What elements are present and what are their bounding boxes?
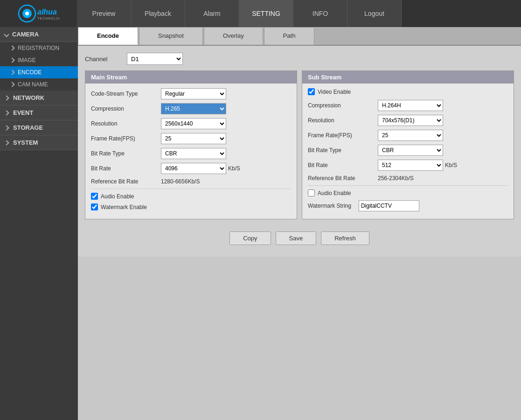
main-layout: CAMERA REGISTRATION IMAGE ENCODE CAM NAM… [0,27,521,420]
sub-bitrate-label: Bit Rate [308,162,378,168]
main-bitratetype-select[interactable]: CBR VBR [161,148,226,159]
tab-path[interactable]: Path [264,27,315,45]
registration-arrow-icon [9,45,14,50]
sub-bitrate-unit: Kb/S [445,162,457,168]
tab-encode[interactable]: Encode [78,27,138,45]
sub-bitratetype-value: CBR VBR [378,145,508,156]
sub-framerate-select[interactable]: 25 30 15 [378,130,443,141]
sub-framerate-row: Frame Rate(FPS) 25 30 15 [308,130,508,141]
sub-divider [308,185,508,186]
content-area: Encode Snapshot Overlay Path Channel D1 … [78,27,521,420]
main-bitrate-row: Bit Rate 4096 2048 1024 Kb/S [91,163,291,174]
sub-framerate-label: Frame Rate(FPS) [308,132,378,139]
sub-stream-box: Sub Stream Video Enable Compression H.26… [302,70,514,219]
sub-watermark-string-label: Watermark String [308,203,351,209]
copy-button[interactable]: Copy [229,231,271,245]
sidebar-item-image[interactable]: IMAGE [0,54,78,66]
sub-video-enable-row: Video Enable [308,88,508,95]
sub-watermark-row: Watermark String [308,200,508,211]
main-watermark-label: Watermark Enable [101,204,147,210]
main-resolution-select[interactable]: 2560x1440 1920x1080 1280x720 [161,118,226,129]
main-refbitrate-value: 1280-6656Kb/S [161,178,291,185]
sidebar-header-event[interactable]: EVENT [0,105,78,120]
tab-snapshot[interactable]: Snapshot [139,27,203,45]
sub-stream-body: Video Enable Compression H.264H H.265 [302,84,514,216]
network-arrow-icon [4,95,9,100]
main-code-stream-select[interactable]: Regular [161,88,226,99]
logo-image: alhua TECHNOLOGY [18,4,60,23]
camname-arrow-icon [9,82,14,87]
main-stream-body: Code-Stream Type Regular Compression [85,84,297,219]
sub-compression-select[interactable]: H.264H H.265 [378,100,443,111]
sidebar-section-system: SYSTEM [0,135,78,150]
sidebar: CAMERA REGISTRATION IMAGE ENCODE CAM NAM… [0,27,78,420]
sub-audio-label: Audio Enable [318,190,351,196]
nav-info[interactable]: INFO [293,0,347,27]
header: alhua TECHNOLOGY Preview Playback Alarm … [0,0,521,27]
main-framerate-row: Frame Rate(FPS) 25 30 15 [91,133,291,144]
svg-text:alhua: alhua [37,8,57,16]
main-compression-select[interactable]: H.265 H.264 [161,103,226,114]
nav-playback[interactable]: Playback [131,0,185,27]
main-framerate-value: 25 30 15 [161,133,291,144]
main-resolution-value: 2560x1440 1920x1080 1280x720 [161,118,291,129]
nav-alarm[interactable]: Alarm [185,0,239,27]
main-refbitrate-row: Reference Bit Rate 1280-6656Kb/S [91,178,291,185]
sub-bitrate-value: 512 256 1024 Kb/S [378,160,508,171]
main-watermark-checkbox[interactable] [91,203,98,210]
sidebar-image-label: IMAGE [18,57,36,63]
sub-bitrate-select[interactable]: 512 256 1024 [378,160,443,171]
sub-resolution-select[interactable]: 704x576(D1) CIF [378,115,443,126]
content-inner: Channel D1 Main Stream Code-Stream Type [78,46,521,257]
sub-bitrate-row: Bit Rate 512 256 1024 Kb/S [308,160,508,171]
tab-overlay[interactable]: Overlay [204,27,263,45]
sidebar-event-label: EVENT [13,109,33,116]
sub-video-label: Video Enable [318,89,351,95]
main-bitrate-unit: Kb/S [228,165,240,172]
sidebar-header-storage[interactable]: STORAGE [0,120,78,135]
main-compression-value: H.265 H.264 [161,103,291,114]
save-button[interactable]: Save [276,231,317,245]
sidebar-header-camera[interactable]: CAMERA [0,27,78,42]
sidebar-header-system[interactable]: SYSTEM [0,135,78,150]
main-framerate-select[interactable]: 25 30 15 [161,133,226,144]
storage-arrow-icon [4,125,9,130]
refresh-button[interactable]: Refresh [321,231,369,245]
sub-video-checkbox[interactable] [308,88,315,95]
sidebar-item-camname[interactable]: CAM NAME [0,78,78,91]
sidebar-section-camera: CAMERA REGISTRATION IMAGE ENCODE CAM NAM… [0,27,78,91]
button-bar: Copy Save Refresh [85,227,514,250]
nav-logout[interactable]: Logout [347,0,402,27]
main-resolution-label: Resolution [91,120,161,127]
system-arrow-icon [4,140,9,145]
sidebar-section-network: NETWORK [0,91,78,105]
main-audio-checkbox[interactable] [91,193,98,200]
camera-arrow-icon [4,32,9,37]
sub-bitratetype-label: Bit Rate Type [308,147,378,154]
sidebar-item-registration[interactable]: REGISTRATION [0,42,78,54]
main-code-stream-row: Code-Stream Type Regular [91,88,291,99]
sub-watermark-input[interactable] [359,200,419,211]
main-compression-row: Compression H.265 H.264 [91,103,291,114]
nav-setting[interactable]: SETTING [239,0,293,27]
sidebar-storage-label: STORAGE [13,124,43,131]
sub-framerate-value: 25 30 15 [378,130,508,141]
sidebar-registration-label: REGISTRATION [18,45,59,51]
main-compression-label: Compression [91,105,161,112]
svg-text:TECHNOLOGY: TECHNOLOGY [37,17,60,20]
main-bitrate-label: Bit Rate [91,165,161,172]
sub-bitratetype-select[interactable]: CBR VBR [378,145,443,156]
encode-arrow-icon [9,70,14,75]
sub-audio-checkbox[interactable] [308,189,315,196]
main-audio-label: Audio Enable [101,193,134,200]
channel-select[interactable]: D1 [127,53,183,65]
main-stream-header: Main Stream [85,71,297,84]
streams-container: Main Stream Code-Stream Type Regular C [85,70,514,219]
sidebar-network-label: NETWORK [13,94,44,101]
tab-bar: Encode Snapshot Overlay Path [78,27,521,46]
nav-preview[interactable]: Preview [77,0,131,27]
main-bitrate-select[interactable]: 4096 2048 1024 [161,163,226,174]
main-framerate-label: Frame Rate(FPS) [91,135,161,142]
sidebar-header-network[interactable]: NETWORK [0,91,78,105]
sidebar-item-encode[interactable]: ENCODE [0,66,78,78]
